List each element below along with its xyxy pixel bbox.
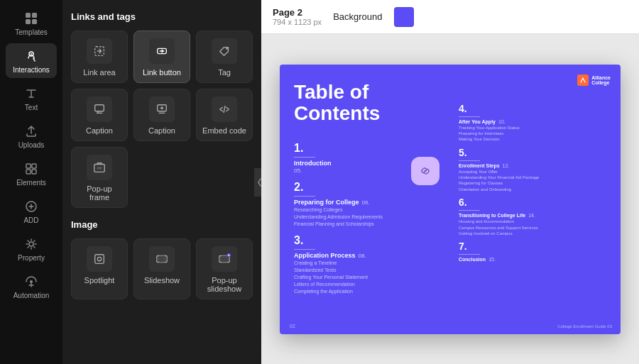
logo-subtitle: College: [591, 80, 611, 85]
svg-rect-16: [95, 105, 104, 111]
sidebar-templates-label: Templates: [15, 28, 48, 36]
toc-divider-3: [294, 249, 315, 250]
spotlight-tool[interactable]: Spotlight: [71, 238, 128, 299]
sidebar-uploads-label: Uploads: [18, 141, 45, 149]
bg-color-swatch[interactable]: [394, 7, 414, 27]
toc-divider-7: [459, 254, 480, 255]
sidebar-property-label: Property: [18, 254, 45, 262]
link-area-icon: [93, 45, 106, 57]
sidebar-item-templates[interactable]: Templates: [6, 6, 57, 40]
sidebar-add-label: ADD: [23, 216, 38, 224]
page-name: Page 2: [273, 7, 322, 18]
spotlight-icon: [93, 253, 106, 265]
spotlight-icon-wrap: [87, 246, 112, 272]
toc-sub-4: Tracking Your Application StatusPreparin…: [459, 125, 612, 143]
caption2-tool[interactable]: Caption: [133, 89, 190, 141]
svg-rect-24: [157, 257, 159, 260]
automation-icon: [24, 275, 38, 289]
canvas-topbar: Page 2 794 x 1123 px Background: [261, 0, 639, 34]
logo-name: Alliance: [591, 75, 611, 80]
toc-page-6: 14.: [528, 213, 535, 218]
link-area-icon-wrap: [87, 38, 112, 64]
page-right-col: 4. After You Apply 10. Tracking Your App…: [450, 86, 621, 334]
tag-label: Tag: [218, 68, 231, 77]
svg-point-5: [31, 53, 32, 55]
sidebar-item-automation[interactable]: Automation: [6, 269, 57, 304]
caption2-label: Caption: [148, 126, 175, 135]
svg-rect-1: [32, 13, 37, 18]
sidebar-item-text[interactable]: Text: [6, 81, 57, 116]
toc-divider-6: [459, 210, 480, 211]
sidebar-item-interactions[interactable]: Interactions: [6, 43, 57, 78]
page-dims: 794 x 1123 px: [273, 18, 322, 26]
toc-item-5: 5. Enrollment Steps 12. Accepting Your O…: [459, 147, 612, 193]
slideshow-tool[interactable]: Slideshow: [133, 238, 190, 299]
svg-rect-8: [26, 170, 31, 174]
tag-tool[interactable]: Tag: [196, 31, 253, 83]
toc-sub-2: Researching CollegesUnderstanding Admiss…: [294, 206, 436, 227]
popup-slideshow-tool[interactable]: Pop-up slideshow: [196, 238, 253, 299]
image-tools-grid: Spotlight Slideshow: [71, 238, 253, 299]
popup-frame-tool[interactable]: Pop-up frame: [71, 147, 128, 208]
canvas-content: Alliance College Table of Contents 1.: [261, 34, 639, 364]
svg-rect-2: [26, 19, 31, 24]
svg-rect-9: [32, 170, 36, 174]
toc-num-5: 5.: [459, 147, 612, 158]
toc-item-7: 7. Conclusion 15.: [459, 241, 612, 262]
canvas-area: Page 2 794 x 1123 px Background Alliance…: [261, 0, 639, 364]
toc-title: Table of Contents: [294, 82, 436, 126]
toc-item-3: 3. Application Process 08. Creating a Ti…: [294, 234, 436, 294]
sidebar-interactions-label: Interactions: [13, 66, 50, 74]
toc-num-7: 7.: [459, 241, 612, 252]
toc-page-5: 12.: [503, 163, 510, 168]
link-btn-icon: [155, 45, 168, 57]
sidebar-item-uploads[interactable]: Uploads: [6, 118, 57, 153]
toc-page-4: 10.: [498, 119, 506, 124]
toc-item-6: 6. Transitioning to College Life 14. Hou…: [459, 197, 612, 236]
svg-rect-6: [26, 164, 31, 168]
sidebar-item-add[interactable]: ADD: [6, 194, 57, 228]
toc-item-4: 4. After You Apply 10. Tracking Your App…: [459, 103, 612, 143]
bg-label: Background: [333, 11, 382, 22]
grid-icon: [24, 11, 38, 26]
caption1-tool[interactable]: Caption: [71, 89, 128, 141]
toc-divider-1: [294, 157, 315, 158]
section1-title: Links and tags: [71, 11, 253, 22]
toc-page-2: 06.: [362, 199, 370, 206]
link-btn-icon-wrap: [149, 38, 175, 64]
caption2-icon: [155, 103, 168, 116]
spotlight-label: Spotlight: [84, 276, 115, 285]
text-icon: [24, 87, 38, 101]
sidebar-item-property[interactable]: Property: [6, 231, 57, 266]
sidebar: Templates Interactions Text Uploads: [0, 0, 62, 364]
slideshow-icon-wrap: [149, 246, 175, 272]
toc-num-1: 1.: [294, 142, 436, 155]
caption2-icon-wrap: [149, 96, 175, 122]
toc-item-2: 2. Preparing for College 06. Researching…: [294, 181, 436, 227]
embed-code-tool[interactable]: Embed code: [196, 89, 253, 141]
popup-frame-label: Pop-up frame: [76, 184, 123, 202]
svg-rect-25: [165, 257, 168, 260]
embed-code-icon: [218, 103, 231, 116]
toc-num-6: 6.: [459, 197, 612, 208]
embed-code-icon-wrap: [212, 96, 237, 122]
sidebar-elements-label: Elements: [16, 179, 46, 187]
page-info: Page 2 794 x 1123 px: [273, 7, 322, 26]
tag-icon: [218, 45, 231, 57]
popup-slideshow-icon-wrap: [212, 246, 237, 272]
toc-page-7: 15.: [488, 257, 496, 262]
link-btn-label: Link button: [143, 68, 181, 77]
svg-rect-7: [32, 164, 36, 168]
toc-title-5: Enrollment Steps: [459, 163, 500, 168]
popup-slideshow-icon: [218, 253, 231, 265]
svg-rect-19: [97, 167, 102, 170]
toc-title-6: Transitioning to College Life: [459, 213, 525, 218]
sidebar-item-elements[interactable]: Elements: [6, 156, 57, 191]
toc-title-2: Preparing for College: [294, 199, 359, 206]
interactions-icon: [24, 49, 38, 63]
link-button-tool[interactable]: Link button: [133, 31, 190, 83]
link-area-tool[interactable]: Link area: [71, 31, 128, 83]
page-left-col: Table of Contents 1. Introduction 05.: [280, 65, 450, 334]
toc-divider-4: [459, 116, 480, 117]
sidebar-automation-label: Automation: [13, 292, 50, 299]
